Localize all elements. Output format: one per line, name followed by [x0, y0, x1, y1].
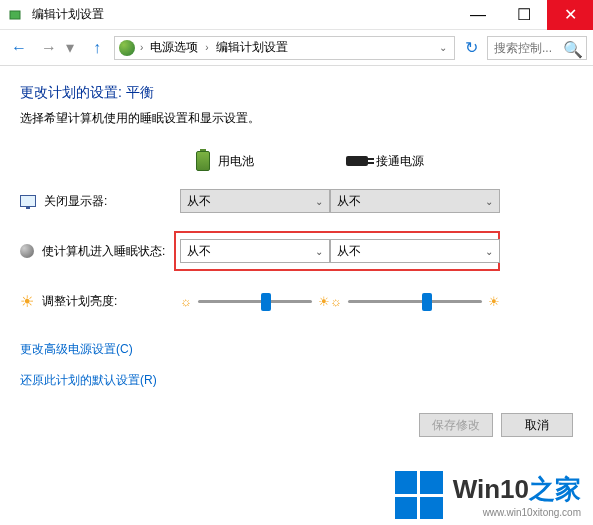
slider-thumb[interactable]: [422, 293, 432, 311]
up-button[interactable]: ↑: [84, 35, 110, 61]
search-icon: 🔍: [563, 40, 583, 59]
plugged-label: 接通电源: [376, 153, 424, 170]
column-header-battery: 用电池: [180, 151, 330, 171]
slider-thumb[interactable]: [261, 293, 271, 311]
select-value: 从不: [187, 193, 211, 210]
refresh-button[interactable]: ↻: [459, 36, 483, 60]
page-title: 更改计划的设置: 平衡: [20, 84, 573, 102]
window-title: 编辑计划设置: [32, 6, 455, 23]
breadcrumb-item-power[interactable]: 电源选项: [148, 39, 200, 56]
chevron-right-icon: ›: [202, 42, 211, 53]
cancel-button[interactable]: 取消: [501, 413, 573, 437]
battery-label: 用电池: [218, 153, 254, 170]
settings-grid: 用电池 接通电源 关闭显示器: 从不 ⌄ 从不 ⌄ 使计算机进入睡眠状态: 从不…: [20, 151, 573, 313]
select-value: 从不: [337, 193, 361, 210]
display-off-label: 关闭显示器:: [44, 193, 107, 210]
row-display-off: 关闭显示器:: [20, 193, 180, 210]
page-subtitle: 选择希望计算机使用的睡眠设置和显示设置。: [20, 110, 573, 127]
brightness-battery-slider[interactable]: ☼ ☀: [180, 289, 330, 313]
chevron-down-icon: ⌄: [315, 196, 323, 207]
watermark-url: www.win10xitong.com: [453, 507, 581, 518]
column-header-plugged: 接通电源: [330, 153, 500, 170]
sleep-battery-select[interactable]: 从不 ⌄: [180, 239, 330, 263]
row-sleep: 使计算机进入睡眠状态:: [20, 243, 180, 260]
sleep-plugged-select[interactable]: 从不 ⌄: [330, 239, 500, 263]
chevron-down-icon: ⌄: [485, 246, 493, 257]
brightness-plugged-slider[interactable]: ☼ ☀: [330, 289, 500, 313]
restore-defaults-link[interactable]: 还原此计划的默认设置(R): [20, 372, 573, 389]
sun-low-icon: ☼: [180, 294, 192, 309]
forward-button: →: [36, 35, 62, 61]
sun-high-icon: ☀: [488, 294, 500, 309]
monitor-icon: [20, 195, 36, 207]
history-dropdown[interactable]: ▾: [66, 38, 80, 57]
brightness-label: 调整计划亮度:: [42, 293, 117, 310]
advanced-settings-link[interactable]: 更改高级电源设置(C): [20, 341, 573, 358]
select-value: 从不: [187, 243, 211, 260]
slider-track[interactable]: [198, 300, 312, 303]
nav-bar: ← → ▾ ↑ › 电源选项 › 编辑计划设置 ⌄ ↻ 🔍: [0, 30, 593, 66]
brightness-icon: ☀: [20, 292, 34, 311]
highlight-annotation: 从不 ⌄ 从不 ⌄: [174, 231, 500, 271]
window-controls: — ☐ ✕: [455, 0, 593, 30]
sun-low-icon: ☼: [330, 294, 342, 309]
minimize-button[interactable]: —: [455, 0, 501, 30]
slider-track[interactable]: [348, 300, 482, 303]
chevron-down-icon: ⌄: [485, 196, 493, 207]
plug-icon: [346, 156, 368, 166]
sleep-label: 使计算机进入睡眠状态:: [42, 243, 165, 260]
watermark: Win10之家 www.win10xitong.com: [395, 471, 581, 519]
back-button[interactable]: ←: [6, 35, 32, 61]
close-button[interactable]: ✕: [547, 0, 593, 30]
moon-icon: [20, 244, 34, 258]
windows-logo-icon: [395, 471, 443, 519]
footer-buttons: 保存修改 取消: [419, 413, 573, 437]
svg-rect-0: [10, 11, 20, 19]
select-value: 从不: [337, 243, 361, 260]
display-off-plugged-select[interactable]: 从不 ⌄: [330, 189, 500, 213]
breadcrumb-item-edit[interactable]: 编辑计划设置: [214, 39, 290, 56]
breadcrumb-icon: [119, 40, 135, 56]
row-brightness: ☀ 调整计划亮度:: [20, 292, 180, 311]
watermark-text: Win10之家: [453, 472, 581, 507]
maximize-button[interactable]: ☐: [501, 0, 547, 30]
sun-high-icon: ☀: [318, 294, 330, 309]
title-bar: 编辑计划设置 — ☐ ✕: [0, 0, 593, 30]
search-wrap: 🔍: [487, 36, 587, 60]
app-icon: [8, 7, 24, 23]
breadcrumb[interactable]: › 电源选项 › 编辑计划设置 ⌄: [114, 36, 455, 60]
chevron-down-icon: ⌄: [315, 246, 323, 257]
battery-icon: [196, 151, 210, 171]
content-area: 更改计划的设置: 平衡 选择希望计算机使用的睡眠设置和显示设置。 用电池 接通电…: [0, 66, 593, 389]
display-off-battery-select[interactable]: 从不 ⌄: [180, 189, 330, 213]
save-button: 保存修改: [419, 413, 493, 437]
links-section: 更改高级电源设置(C) 还原此计划的默认设置(R): [20, 341, 573, 389]
chevron-right-icon: ›: [137, 42, 146, 53]
chevron-down-icon[interactable]: ⌄: [436, 42, 450, 53]
